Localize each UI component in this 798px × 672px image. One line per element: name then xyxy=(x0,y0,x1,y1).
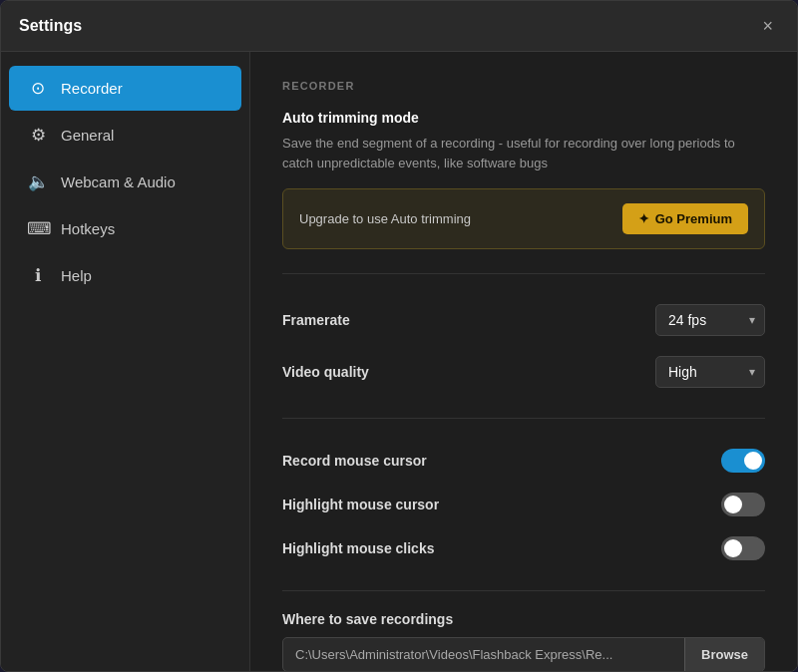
dialog-title: Settings xyxy=(19,17,82,35)
divider-3 xyxy=(282,590,765,591)
framerate-select[interactable]: 12 fps 24 fps 30 fps 60 fps xyxy=(655,304,765,336)
sidebar-item-recorder[interactable]: ⊙ Recorder xyxy=(9,66,241,111)
sidebar-item-webcam-label: Webcam & Audio xyxy=(61,173,176,190)
sidebar-item-help-label: Help xyxy=(61,267,92,284)
recorder-icon: ⊙ xyxy=(27,78,49,99)
content-area: ⊙ Recorder ⚙ General 🔈 Webcam & Audio ⌨ … xyxy=(1,52,797,671)
auto-trim-group: Auto trimming mode Save the end segment … xyxy=(282,110,765,249)
framerate-label: Framerate xyxy=(282,312,350,328)
framerate-row: Framerate 12 fps 24 fps 30 fps 60 fps ▾ xyxy=(282,294,765,346)
highlight-mouse-cursor-track xyxy=(721,493,765,516)
highlight-mouse-clicks-toggle[interactable] xyxy=(721,536,765,560)
save-path-row: C:\Users\Administrator\Videos\Flashback … xyxy=(282,637,765,671)
close-button[interactable]: × xyxy=(756,15,779,37)
premium-btn-label: Go Premium xyxy=(655,211,732,226)
save-path-text: C:\Users\Administrator\Videos\Flashback … xyxy=(283,638,684,671)
title-bar: Settings × xyxy=(1,1,797,52)
auto-trim-desc: Save the end segment of a recording - us… xyxy=(282,134,765,172)
highlight-mouse-cursor-row: Highlight mouse cursor xyxy=(282,483,765,526)
save-path-group: Where to save recordings C:\Users\Admini… xyxy=(282,611,765,671)
browse-button[interactable]: Browse xyxy=(684,638,764,671)
sidebar-item-help[interactable]: ℹ Help xyxy=(9,253,241,298)
section-label: RECORDER xyxy=(282,80,765,92)
gear-icon: ⚙ xyxy=(27,125,49,146)
record-mouse-cursor-label: Record mouse cursor xyxy=(282,453,427,469)
premium-icon: ✦ xyxy=(638,211,649,226)
upgrade-banner: Upgrade to use Auto trimming ✦ Go Premiu… xyxy=(282,188,765,249)
sidebar-item-general[interactable]: ⚙ General xyxy=(9,113,241,158)
sidebar-item-hotkeys-label: Hotkeys xyxy=(61,220,115,237)
sidebar-item-general-label: General xyxy=(61,127,114,144)
speaker-icon: 🔈 xyxy=(27,171,49,192)
auto-trim-title: Auto trimming mode xyxy=(282,110,765,126)
record-mouse-cursor-thumb xyxy=(744,452,762,470)
highlight-mouse-clicks-label: Highlight mouse clicks xyxy=(282,540,434,556)
upgrade-text: Upgrade to use Auto trimming xyxy=(299,211,471,226)
highlight-mouse-cursor-thumb xyxy=(724,496,742,513)
save-path-section-label: Where to save recordings xyxy=(282,611,765,627)
record-mouse-cursor-row: Record mouse cursor xyxy=(282,439,765,483)
main-content: RECORDER Auto trimming mode Save the end… xyxy=(250,52,797,671)
highlight-mouse-clicks-track xyxy=(721,536,765,560)
video-quality-label: Video quality xyxy=(282,364,369,380)
record-mouse-cursor-toggle[interactable] xyxy=(721,449,765,473)
video-quality-select[interactable]: Low Medium High Very High xyxy=(655,356,765,388)
info-icon: ℹ xyxy=(27,265,49,286)
record-mouse-cursor-track xyxy=(721,449,765,473)
settings-dialog: Settings × ⊙ Recorder ⚙ General 🔈 Webcam… xyxy=(0,0,798,672)
highlight-mouse-cursor-label: Highlight mouse cursor xyxy=(282,497,439,512)
sidebar-item-hotkeys[interactable]: ⌨ Hotkeys xyxy=(9,206,241,251)
go-premium-button[interactable]: ✦ Go Premium xyxy=(622,203,748,234)
keyboard-icon: ⌨ xyxy=(27,218,49,239)
framerate-select-wrapper: 12 fps 24 fps 30 fps 60 fps ▾ xyxy=(655,304,765,336)
highlight-mouse-cursor-toggle[interactable] xyxy=(721,493,765,516)
sidebar-item-webcam-audio[interactable]: 🔈 Webcam & Audio xyxy=(9,160,241,204)
sidebar: ⊙ Recorder ⚙ General 🔈 Webcam & Audio ⌨ … xyxy=(1,52,250,671)
video-quality-row: Video quality Low Medium High Very High … xyxy=(282,346,765,398)
divider-2 xyxy=(282,418,765,419)
highlight-mouse-clicks-thumb xyxy=(724,539,742,557)
video-quality-select-wrapper: Low Medium High Very High ▾ xyxy=(655,356,765,388)
divider-1 xyxy=(282,273,765,274)
sidebar-item-recorder-label: Recorder xyxy=(61,80,123,97)
highlight-mouse-clicks-row: Highlight mouse clicks xyxy=(282,526,765,570)
